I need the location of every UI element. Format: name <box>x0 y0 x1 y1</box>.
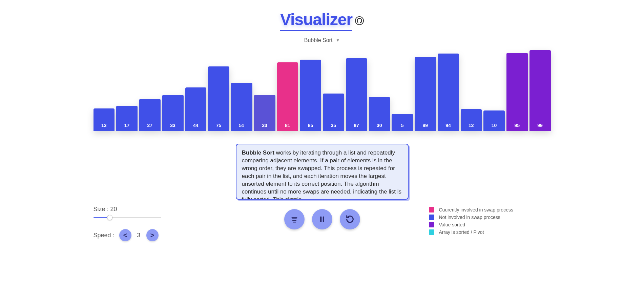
chart-bar: 33 <box>254 95 275 131</box>
algorithm-description: Bubble Sort works by iterating through a… <box>236 144 409 200</box>
svg-rect-5 <box>323 217 324 222</box>
size-slider[interactable] <box>94 214 161 221</box>
bar-value: 85 <box>308 123 313 128</box>
bar-value: 75 <box>216 123 222 128</box>
bar-value: 87 <box>354 123 359 128</box>
bar-value: 81 <box>285 123 290 128</box>
chart-bar: 85 <box>300 60 321 131</box>
reset-icon <box>345 215 355 224</box>
legend-label: Not involved in swap process <box>439 215 500 220</box>
legend: Cuurently involved in swap processNot in… <box>429 207 551 237</box>
legend-swatch <box>429 222 434 227</box>
chart-bar: 33 <box>162 95 184 131</box>
legend-row: Cuurently involved in swap process <box>429 207 551 212</box>
chart-bar: 94 <box>438 54 459 131</box>
algorithm-select-label: Bubble Sort <box>304 37 333 43</box>
bars-icon <box>290 215 299 224</box>
bar-value: 35 <box>331 123 336 128</box>
legend-row: Value sorted <box>429 222 551 227</box>
chart-bar: 87 <box>346 58 367 131</box>
speed-label: Speed : <box>94 232 115 239</box>
speed-increment-button[interactable]: > <box>146 229 159 241</box>
github-mark-icon <box>357 18 362 23</box>
algorithm-name: Bubble Sort <box>242 149 274 156</box>
legend-swatch <box>429 215 434 220</box>
bar-value: 33 <box>262 123 267 128</box>
bar-value: 17 <box>124 123 130 128</box>
bar-value: 10 <box>492 123 497 128</box>
legend-swatch <box>429 207 434 212</box>
chart-bar: 95 <box>506 53 528 131</box>
shuffle-button[interactable] <box>284 209 305 229</box>
chart-bar: 10 <box>483 110 505 131</box>
bar-chart: 131727334475513381853587305899412109599 <box>94 49 551 131</box>
legend-label: Value sorted <box>439 222 465 227</box>
bar-value: 13 <box>101 123 107 128</box>
github-icon[interactable] <box>355 16 364 25</box>
bar-value: 27 <box>147 123 153 128</box>
page-title: Visualizer <box>280 10 352 31</box>
bar-value: 12 <box>469 123 474 128</box>
chart-bar: 17 <box>116 106 138 131</box>
chart-bar: 81 <box>277 62 298 131</box>
chart-bar: 30 <box>369 97 390 131</box>
legend-label: Array is sorted / Pivot <box>439 229 484 235</box>
slider-track-line <box>94 217 161 218</box>
pause-icon <box>317 215 327 224</box>
chart-bar: 44 <box>185 87 207 131</box>
bar-value: 94 <box>445 123 451 128</box>
speed-decrement-button[interactable]: < <box>119 229 131 241</box>
chart-bar: 27 <box>139 99 161 131</box>
chart-bar: 99 <box>529 50 551 131</box>
algorithm-text: works by iterating through a list and re… <box>242 149 402 200</box>
chart-bar: 13 <box>94 108 115 131</box>
chart-bar: 51 <box>231 83 252 131</box>
bar-value: 89 <box>423 123 428 128</box>
algorithm-select[interactable]: Bubble Sort ▼ <box>280 37 364 43</box>
chart-bar: 5 <box>392 114 413 131</box>
bar-value: 30 <box>377 123 382 128</box>
legend-row: Array is sorted / Pivot <box>429 229 551 235</box>
reset-button[interactable] <box>340 209 360 229</box>
legend-row: Not involved in swap process <box>429 215 551 220</box>
chart-bar: 89 <box>415 57 436 131</box>
bar-value: 99 <box>537 123 543 128</box>
legend-swatch <box>429 229 434 235</box>
bar-value: 5 <box>401 123 404 128</box>
chart-bar: 75 <box>208 66 229 131</box>
chart-bar: 35 <box>323 94 344 131</box>
bar-value: 51 <box>239 123 245 128</box>
bar-value: 44 <box>193 123 199 128</box>
bar-value: 95 <box>515 123 520 128</box>
legend-label: Cuurently involved in swap process <box>439 207 513 212</box>
chart-bar: 12 <box>461 109 482 131</box>
chevron-down-icon: ▼ <box>336 38 340 43</box>
svg-rect-4 <box>320 217 321 222</box>
slider-thumb[interactable] <box>107 215 112 220</box>
pause-button[interactable] <box>312 209 332 229</box>
bar-value: 33 <box>170 123 175 128</box>
speed-value: 3 <box>136 232 142 239</box>
size-label: Size : 20 <box>94 206 215 213</box>
